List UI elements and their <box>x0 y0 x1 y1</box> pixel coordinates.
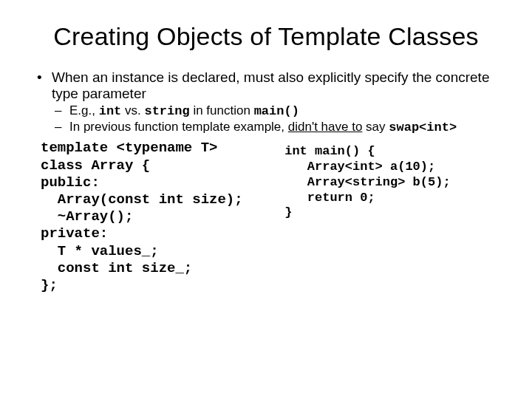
sub1-code3: main() <box>254 104 299 118</box>
code-columns: template <typename T> class Array { publ… <box>37 140 510 294</box>
sub2-underlined: didn't have to <box>288 120 363 134</box>
slide-title: Creating Objects of Template Classes <box>22 22 510 51</box>
sub2-mid: say <box>362 120 389 134</box>
sub1-mid2: in function <box>190 103 254 117</box>
sub1-prefix: E.g., <box>69 103 99 117</box>
code-block-left: template <typename T> class Array { publ… <box>41 140 284 294</box>
sub-bullet-1: E.g., int vs. string in function main() <box>52 103 510 119</box>
slide: Creating Objects of Template Classes Whe… <box>0 0 532 399</box>
sub1-code1: int <box>99 104 122 118</box>
bullet-list: When an instance is declared, must also … <box>37 69 510 135</box>
code-block-right: int main() { Array<int> a(10); Array<str… <box>284 140 510 294</box>
sub2-code: swap<int> <box>389 120 457 134</box>
sub-bullet-list: E.g., int vs. string in function main() … <box>52 103 510 136</box>
sub1-code2: string <box>144 104 189 118</box>
bullet-1-text: When an instance is declared, must also … <box>52 69 489 101</box>
sub2-prefix: In previous function template example, <box>69 120 288 134</box>
sub-bullet-2: In previous function template example, d… <box>52 120 510 135</box>
sub1-mid: vs. <box>121 103 144 117</box>
slide-body: When an instance is declared, must also … <box>22 69 510 294</box>
bullet-item-1: When an instance is declared, must also … <box>37 69 510 135</box>
